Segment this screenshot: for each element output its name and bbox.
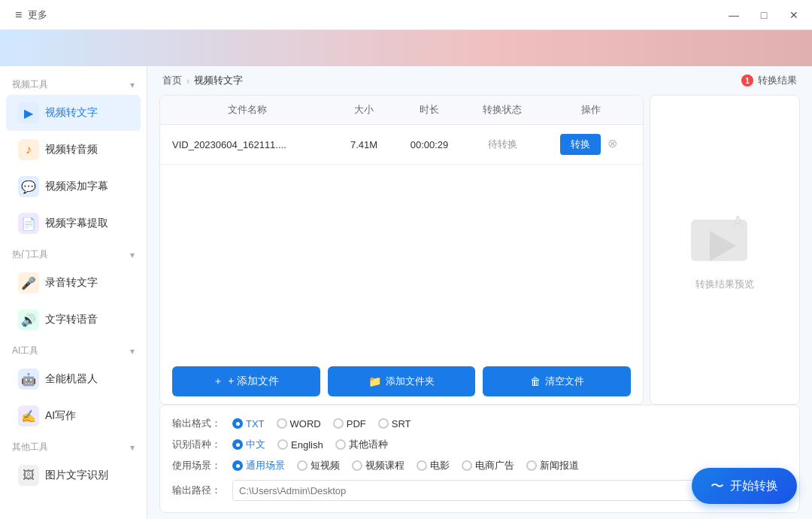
titlebar-left: ≡ 更多: [9, 8, 47, 22]
scene-short-video[interactable]: 短视频: [297, 459, 340, 472]
text-to-speech-icon: 🔊: [18, 309, 39, 330]
notification-badge: 1: [741, 74, 753, 86]
radio-txt-circle: [232, 418, 243, 429]
breadcrumb-separator: ›: [186, 75, 189, 86]
radio-english-circle: [277, 439, 288, 450]
sidebar-item-image-text-recognition[interactable]: 🖼 图片文字识别: [6, 457, 141, 493]
cell-duration: 00:00:29: [393, 125, 465, 165]
scene-ecommerce[interactable]: 电商广告: [462, 459, 514, 472]
format-srt[interactable]: SRT: [378, 418, 411, 429]
scene-general[interactable]: 通用场景: [232, 459, 285, 472]
radio-general-circle: [232, 460, 243, 471]
action-buttons-row: ＋ + 添加文件 📁 添加文件夹 🗑 清空文件: [160, 359, 643, 404]
breadcrumb-current: 视频转文字: [194, 74, 243, 87]
sidebar-item-video-to-text[interactable]: ▶ 视频转文字: [6, 95, 141, 131]
section-ai-tools: AI工具: [0, 338, 147, 360]
format-pdf[interactable]: PDF: [333, 418, 366, 429]
chevron-down-icon: [130, 80, 135, 90]
breadcrumb: 首页 › 视频转文字 1 转换结果: [147, 66, 812, 95]
video-to-text-icon: ▶: [18, 102, 39, 123]
scene-movie-label: 电影: [430, 459, 450, 472]
language-other[interactable]: 其他语种: [335, 438, 388, 451]
radio-word-circle: [277, 418, 287, 429]
breadcrumb-home[interactable]: 首页: [162, 74, 182, 87]
scene-video-course[interactable]: 视频课程: [352, 459, 404, 472]
section-video-tools: 视频工具: [0, 72, 147, 94]
radio-news-circle: [526, 460, 537, 471]
add-folder-button[interactable]: 📁 添加文件夹: [328, 366, 476, 396]
language-english-label: English: [291, 439, 323, 451]
language-chinese[interactable]: 中文: [232, 438, 265, 451]
cell-size: 7.41M: [335, 125, 393, 165]
row-delete-button[interactable]: ⊗: [603, 135, 622, 152]
language-radio-group: 中文 English 其他语种: [232, 438, 388, 451]
radio-chinese-circle: [232, 439, 243, 450]
start-convert-button[interactable]: 〜 开始转换: [692, 468, 797, 504]
output-label: 输出路径：: [172, 484, 226, 497]
output-path-input[interactable]: [232, 480, 736, 501]
chevron-down-icon-4: [130, 442, 135, 453]
sidebar-item-video-to-audio[interactable]: ♪ 视频转音频: [6, 132, 141, 168]
col-status: 转换状态: [465, 96, 539, 125]
sidebar-item-all-robot[interactable]: 🤖 全能机器人: [6, 361, 141, 397]
file-panel: 文件名称 大小 时长 转换状态 操作 VID_20230604_162111..…: [159, 95, 644, 405]
format-txt[interactable]: TXT: [232, 418, 265, 429]
radio-movie-circle: [417, 460, 427, 471]
content-split: 文件名称 大小 时长 转换状态 操作 VID_20230604_162111..…: [147, 95, 812, 405]
format-txt-label: TXT: [246, 418, 265, 429]
close-button[interactable]: ✕: [785, 6, 803, 24]
clear-files-button[interactable]: 🗑 清空文件: [483, 366, 631, 396]
table-wrapper: 文件名称 大小 时长 转换状态 操作 VID_20230604_162111..…: [160, 96, 643, 165]
content-area: 首页 › 视频转文字 1 转换结果 文件名称 大小 时长: [147, 66, 812, 519]
scene-ecommerce-label: 电商广告: [475, 459, 514, 472]
radio-video-course-circle: [352, 460, 362, 471]
language-english[interactable]: English: [277, 439, 323, 451]
waveform-icon: 〜: [710, 477, 724, 495]
bottom-area: 输出格式： TXT WORD PDF: [147, 405, 812, 519]
image-text-recognition-icon: 🖼: [18, 465, 39, 486]
sidebar-item-ai-writing[interactable]: ✍ AI写作: [6, 398, 141, 434]
section-other-tools: 其他工具: [0, 435, 147, 457]
scene-label: 使用场景：: [172, 459, 226, 472]
format-label: 输出格式：: [172, 417, 226, 430]
trash-icon: 🗑: [530, 375, 541, 387]
section-hot-tools: 热门工具: [0, 242, 147, 264]
convert-result-action[interactable]: 1 转换结果: [741, 74, 797, 87]
scene-news[interactable]: 新闻报道: [526, 459, 579, 472]
radio-ecommerce-circle: [462, 460, 472, 471]
minimize-button[interactable]: —: [725, 6, 743, 24]
sidebar-item-text-to-speech[interactable]: 🔊 文字转语音: [6, 302, 141, 338]
preview-icon-area: A 转换结果预览: [687, 208, 762, 291]
video-to-audio-icon: ♪: [18, 139, 39, 160]
col-size: 大小: [335, 96, 393, 125]
chevron-down-icon-3: [130, 346, 135, 357]
scene-news-label: 新闻报道: [540, 459, 579, 472]
menu-icon: ≡: [15, 8, 22, 22]
language-row: 识别语种： 中文 English 其他语种: [172, 434, 787, 455]
add-file-button[interactable]: ＋ + 添加文件: [172, 366, 320, 396]
scene-movie[interactable]: 电影: [417, 459, 450, 472]
maximize-button[interactable]: □: [755, 6, 773, 24]
format-word-label: WORD: [290, 418, 321, 429]
audio-to-text-icon: 🎤: [18, 272, 39, 293]
app-banner: [0, 30, 812, 66]
plus-icon: ＋: [213, 375, 223, 388]
cell-filename: VID_20230604_162111....: [160, 125, 335, 165]
video-subtitle-extract-icon: 📄: [18, 213, 39, 234]
all-robot-icon: 🤖: [18, 369, 39, 390]
radio-srt-circle: [378, 418, 389, 429]
table-spacer: [160, 165, 643, 359]
sidebar-item-video-add-subtitle[interactable]: 💬 视频添加字幕: [6, 168, 141, 205]
format-srt-label: SRT: [392, 418, 411, 429]
sidebar-item-video-subtitle-extract[interactable]: 📄 视频字幕提取: [6, 205, 141, 241]
col-action: 操作: [539, 96, 643, 125]
radio-short-video-circle: [297, 460, 308, 471]
sidebar-item-audio-to-text[interactable]: 🎤 录音转文字: [6, 265, 141, 301]
language-label: 识别语种：: [172, 438, 226, 451]
row-convert-button[interactable]: 转换: [560, 134, 601, 155]
more-label: 更多: [28, 8, 47, 22]
format-word[interactable]: WORD: [277, 418, 321, 429]
table-header: 文件名称 大小 时长 转换状态 操作: [160, 96, 643, 125]
language-other-label: 其他语种: [349, 438, 388, 451]
table-body: VID_20230604_162111.... 7.41M 00:00:29 待…: [160, 125, 643, 165]
